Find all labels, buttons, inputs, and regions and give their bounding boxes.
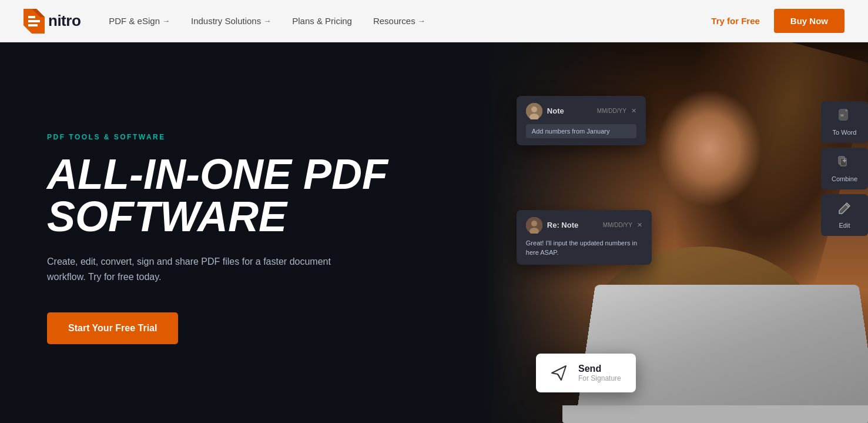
tool-edit[interactable]: Edit xyxy=(821,194,868,236)
navbar: nitro PDF & eSign → Industry Solutions →… xyxy=(0,0,868,42)
edit-label: Edit xyxy=(839,222,850,229)
combine-icon xyxy=(837,155,852,172)
note-content: Add numbers from January xyxy=(526,124,636,138)
buy-now-button[interactable]: Buy Now xyxy=(774,9,844,33)
hero-right: Note MM/DD/YY ✕ Add numbers from January… xyxy=(477,42,868,423)
send-text: Send For Signature xyxy=(578,364,621,382)
industry-solutions-arrow-icon: → xyxy=(263,16,271,25)
note-close-icon[interactable]: ✕ xyxy=(631,107,636,115)
hero-eyebrow: PDF TOOLS & SOFTWARE xyxy=(47,133,442,141)
note-date: MM/DD/YY xyxy=(597,108,626,114)
svg-text:W: W xyxy=(840,114,844,117)
renote-avatar xyxy=(526,217,542,234)
nav-plans-pricing[interactable]: Plans & Pricing xyxy=(292,16,352,26)
to-word-label: To Word xyxy=(833,129,857,136)
nav-right: Try for Free Buy Now xyxy=(711,9,844,33)
hero-subtitle: Create, edit, convert, sign and share PD… xyxy=(47,254,341,284)
hero-title: ALL-IN-ONE PDF SOFTWARE xyxy=(47,153,442,238)
renote-label: Re: Note xyxy=(547,221,598,229)
logo-link[interactable]: nitro xyxy=(24,9,81,34)
send-icon xyxy=(548,362,570,384)
nav-pdf-esign[interactable]: PDF & eSign → xyxy=(109,16,170,26)
pdf-esign-arrow-icon: → xyxy=(162,16,170,25)
svg-point-4 xyxy=(531,221,537,227)
renote-date: MM/DD/YY xyxy=(603,222,632,228)
send-title: Send xyxy=(578,364,621,374)
renote-content: Great! I'll input the updated numbers in… xyxy=(526,238,642,258)
note-card: Note MM/DD/YY ✕ Add numbers from January xyxy=(517,96,646,145)
nav-resources[interactable]: Resources → xyxy=(373,16,425,26)
renote-card: Re: Note MM/DD/YY ✕ Great! I'll input th… xyxy=(517,210,652,265)
combine-label: Combine xyxy=(832,175,857,182)
nav-industry-solutions[interactable]: Industry Solutions → xyxy=(191,16,271,26)
tool-combine[interactable]: Combine xyxy=(821,148,868,189)
note-label: Note xyxy=(547,106,592,115)
resources-arrow-icon: → xyxy=(418,16,425,25)
logo-text: nitro xyxy=(48,12,81,30)
hero-section: PDF TOOLS & SOFTWARE ALL-IN-ONE PDF SOFT… xyxy=(0,42,868,423)
send-card: Send For Signature xyxy=(536,354,636,392)
tool-to-word[interactable]: W To Word xyxy=(821,101,868,143)
hero-left: PDF TOOLS & SOFTWARE ALL-IN-ONE PDF SOFT… xyxy=(0,42,477,423)
tool-panel: W To Word Combine xyxy=(821,101,868,236)
svg-rect-9 xyxy=(840,158,846,166)
renote-close-icon[interactable]: ✕ xyxy=(637,221,642,229)
edit-icon xyxy=(837,201,852,218)
note-avatar xyxy=(526,103,542,119)
svg-point-1 xyxy=(531,106,537,112)
logo-icon xyxy=(24,9,45,34)
to-word-icon: W xyxy=(837,108,852,125)
nav-links: PDF & eSign → Industry Solutions → Plans… xyxy=(109,16,711,26)
start-trial-button[interactable]: Start Your Free Trial xyxy=(47,312,178,344)
send-subtitle: For Signature xyxy=(578,374,621,382)
try-free-link[interactable]: Try for Free xyxy=(711,16,760,26)
